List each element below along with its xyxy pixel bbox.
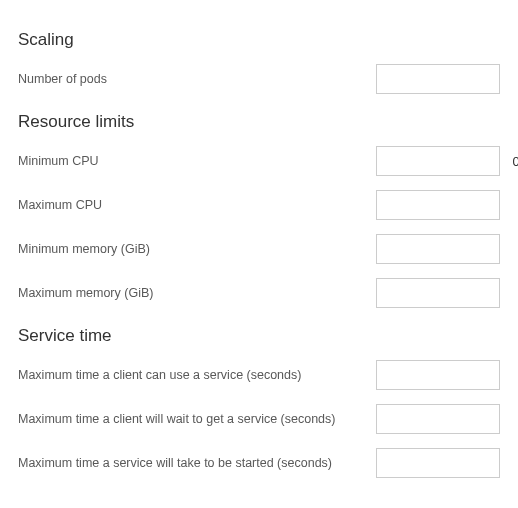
maximum-memory-row: Maximum memory (GiB) [18, 278, 500, 308]
max-start-time-stepper[interactable] [376, 448, 500, 478]
service-time-heading: Service time [18, 326, 500, 346]
number-of-pods-row: Number of pods [18, 64, 500, 94]
scaling-heading: Scaling [18, 30, 500, 50]
minimum-memory-stepper[interactable] [376, 234, 500, 264]
maximum-memory-label: Maximum memory (GiB) [18, 286, 376, 300]
max-use-time-stepper[interactable] [376, 360, 500, 390]
max-start-time-row: Maximum time a service will take to be s… [18, 448, 500, 478]
max-use-time-input[interactable] [377, 361, 518, 389]
maximum-cpu-input[interactable] [377, 191, 518, 219]
number-of-pods-label: Number of pods [18, 72, 376, 86]
minimum-memory-input[interactable] [377, 235, 518, 263]
number-of-pods-stepper[interactable] [376, 64, 500, 94]
max-use-time-label: Maximum time a client can use a service … [18, 368, 376, 382]
minimum-cpu-input[interactable] [377, 147, 518, 175]
maximum-memory-stepper[interactable] [376, 278, 500, 308]
max-wait-time-row: Maximum time a client will wait to get a… [18, 404, 500, 434]
maximum-cpu-stepper[interactable] [376, 190, 500, 220]
max-start-time-input[interactable] [377, 449, 518, 477]
minimum-cpu-row: Minimum CPU [18, 146, 500, 176]
number-of-pods-input[interactable] [377, 65, 518, 93]
minimum-cpu-label: Minimum CPU [18, 154, 376, 168]
maximum-cpu-label: Maximum CPU [18, 198, 376, 212]
maximum-memory-input[interactable] [377, 279, 518, 307]
resource-limits-heading: Resource limits [18, 112, 500, 132]
minimum-memory-row: Minimum memory (GiB) [18, 234, 500, 264]
minimum-memory-label: Minimum memory (GiB) [18, 242, 376, 256]
max-use-time-row: Maximum time a client can use a service … [18, 360, 500, 390]
minimum-cpu-stepper[interactable] [376, 146, 500, 176]
max-wait-time-label: Maximum time a client will wait to get a… [18, 412, 376, 426]
max-wait-time-stepper[interactable] [376, 404, 500, 434]
maximum-cpu-row: Maximum CPU [18, 190, 500, 220]
max-start-time-label: Maximum time a service will take to be s… [18, 456, 376, 470]
max-wait-time-input[interactable] [377, 405, 518, 433]
